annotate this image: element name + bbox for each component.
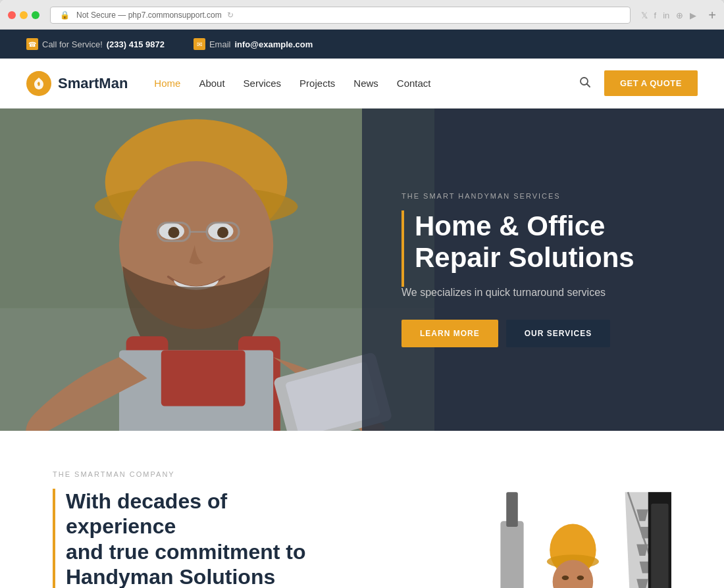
url-text: Not Secure — php7.commonsupport.com [76, 11, 222, 20]
nav-link-services[interactable]: Services [244, 78, 282, 89]
our-services-button[interactable]: OUR SERVICES [506, 320, 610, 347]
nav-link-contact[interactable]: Contact [397, 78, 431, 89]
about-content: THE SMARTMAN COMPANY With decades of exp… [53, 470, 342, 588]
search-icon[interactable] [579, 76, 591, 91]
new-tab-button[interactable]: + [708, 8, 716, 23]
nav-item-home[interactable]: Home [154, 78, 180, 89]
top-bar: ☎ Call for Service! (233) 415 9872 ✉ Ema… [0, 30, 724, 59]
phone-number: (233) 415 9872 [107, 39, 165, 49]
address-bar[interactable]: 🔒 Not Secure — php7.commonsupport.com ↻ [50, 7, 631, 24]
about-image [382, 470, 671, 588]
logo-link[interactable]: SmartMan [26, 71, 128, 96]
phone-label: Call for Service! [42, 39, 103, 49]
email-icon: ✉ [194, 38, 205, 50]
hero-buttons: LEARN MORE OUR SERVICES [401, 320, 685, 347]
top-bar-contact: ☎ Call for Service! (233) 415 9872 ✉ Ema… [26, 38, 313, 50]
browser-window: 🔒 Not Secure — php7.commonsupport.com ↻ … [0, 0, 724, 588]
nav-menu: Home About Services Projects News Contac… [154, 78, 569, 89]
nav-item-news[interactable]: News [353, 78, 378, 89]
twitter-icon[interactable]: 𝕏 [641, 11, 648, 20]
hero-subtitle: THE SMART HANDYMAN SERVICES [401, 192, 685, 200]
svg-point-29 [577, 576, 584, 580]
nav-item-services[interactable]: Services [244, 78, 282, 89]
nav-item-about[interactable]: About [199, 78, 224, 89]
about-accent-bar [53, 489, 55, 588]
maximize-dot[interactable] [32, 11, 39, 19]
svg-point-28 [562, 576, 569, 580]
youtube-icon[interactable]: ▶ [690, 11, 696, 20]
nav-item-projects[interactable]: Projects [299, 78, 335, 89]
nav-item-contact[interactable]: Contact [397, 78, 431, 89]
site-content: ☎ Call for Service! (233) 415 9872 ✉ Ema… [0, 30, 724, 588]
hero-title-container: Home & Office Repair Solutions [401, 210, 685, 287]
navbar: SmartMan Home About Services Projects Ne… [0, 59, 724, 109]
phone-info: ☎ Call for Service! (233) 415 9872 [26, 38, 165, 50]
about-section: THE SMARTMAN COMPANY With decades of exp… [0, 431, 724, 588]
svg-line-1 [586, 84, 590, 87]
hero-section: THE SMART HANDYMAN SERVICES Home & Offic… [0, 109, 724, 431]
nav-link-home[interactable]: Home [154, 78, 180, 89]
browser-chrome: 🔒 Not Secure — php7.commonsupport.com ↻ … [0, 0, 724, 30]
logo-text: SmartMan [58, 75, 128, 92]
facebook-icon[interactable]: f [654, 11, 657, 20]
email-label: Email [209, 39, 231, 49]
hero-content: THE SMART HANDYMAN SERVICES Home & Offic… [362, 109, 724, 431]
nav-link-about[interactable]: About [199, 78, 224, 89]
email-info: ✉ Email info@example.com [194, 38, 313, 50]
logo-icon [26, 71, 51, 96]
svg-rect-23 [506, 492, 518, 527]
globe-icon[interactable]: ⊕ [676, 11, 683, 20]
browser-dots [8, 11, 39, 19]
about-title: With decades of experience and true comm… [66, 489, 342, 588]
about-label: THE SMARTMAN COMPANY [53, 470, 342, 478]
minimize-dot[interactable] [20, 11, 28, 19]
svg-rect-33 [651, 504, 668, 588]
hero-accent-bar [401, 210, 404, 287]
hero-description: We specializes in quick turnaround servi… [401, 287, 685, 299]
hero-title: Home & Office Repair Solutions [415, 210, 634, 274]
svg-rect-22 [500, 521, 523, 588]
about-title-container: With decades of experience and true comm… [53, 489, 342, 588]
email-address: info@example.com [234, 39, 313, 49]
learn-more-button[interactable]: LEARN MORE [401, 320, 498, 347]
nav-link-projects[interactable]: Projects [299, 78, 335, 89]
nav-link-news[interactable]: News [353, 78, 378, 89]
close-dot[interactable] [8, 11, 16, 19]
linkedin-icon[interactable]: in [663, 11, 669, 20]
phone-icon: ☎ [26, 38, 38, 50]
get-quote-button[interactable]: GET A QUOTE [604, 70, 698, 96]
